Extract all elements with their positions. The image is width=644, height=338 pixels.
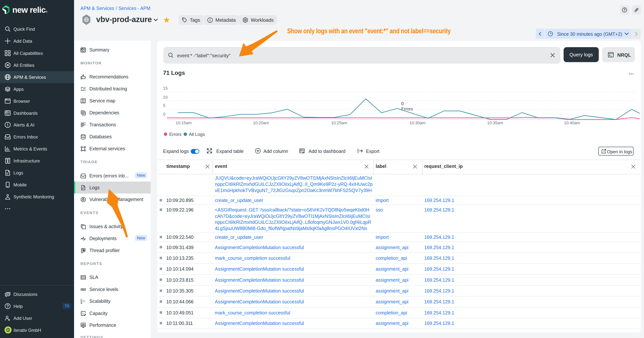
svg-text:10:35am: 10:35am bbox=[487, 121, 503, 125]
svg-text:10: 10 bbox=[163, 95, 168, 100]
svg-text:0: 0 bbox=[163, 112, 165, 117]
svg-text:10:40am: 10:40am bbox=[564, 121, 580, 125]
svg-text:10:25am: 10:25am bbox=[331, 121, 347, 125]
svg-text:10:15am: 10:15am bbox=[176, 121, 192, 125]
svg-text:15: 15 bbox=[163, 86, 168, 91]
svg-text:10:30am: 10:30am bbox=[410, 121, 426, 125]
svg-text:0: 0 bbox=[401, 101, 404, 106]
svg-text:5: 5 bbox=[163, 103, 165, 108]
svg-text:10:20am: 10:20am bbox=[253, 121, 269, 125]
